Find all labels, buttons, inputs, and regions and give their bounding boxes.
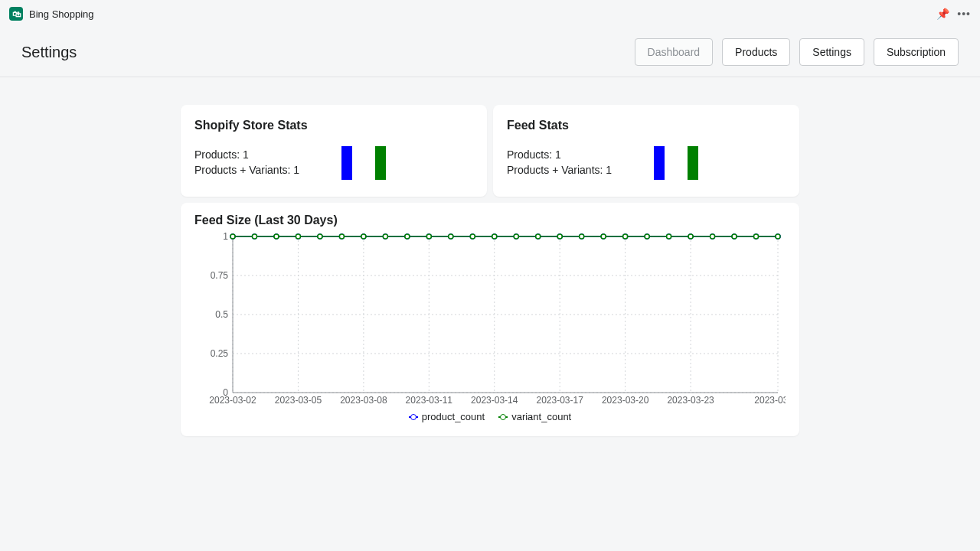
stats-cards-row: Shopify Store Stats Products: 1 Products… bbox=[181, 105, 799, 197]
svg-point-80 bbox=[754, 234, 759, 239]
svg-text:2023-03-14: 2023-03-14 bbox=[471, 395, 518, 406]
shopify-stats-body: Products: 1 Products + Variants: 1 bbox=[194, 146, 473, 180]
legend-product-label: product_count bbox=[422, 411, 485, 422]
svg-point-66 bbox=[449, 234, 453, 239]
app-logo-icon: 🛍 bbox=[9, 7, 23, 21]
shopify-products-value: 1 bbox=[243, 148, 249, 161]
feed-variants-label: Products + Variants: bbox=[507, 164, 603, 176]
shopify-bars bbox=[341, 146, 386, 180]
shopify-bar-products bbox=[341, 146, 352, 180]
shopify-stats-text: Products: 1 Products + Variants: 1 bbox=[194, 148, 299, 178]
svg-point-71 bbox=[557, 234, 562, 239]
svg-point-75 bbox=[645, 234, 649, 239]
nav-subscription[interactable]: Subscription bbox=[874, 38, 959, 66]
shopify-products-label: Products: bbox=[194, 148, 240, 161]
svg-text:2023-03-17: 2023-03-17 bbox=[537, 395, 584, 406]
svg-point-61 bbox=[339, 234, 344, 239]
nav-settings[interactable]: Settings bbox=[799, 38, 864, 66]
titlebar-right: 📌 ••• bbox=[936, 8, 971, 20]
titlebar-left: 🛍 Bing Shopping bbox=[9, 7, 94, 21]
svg-point-69 bbox=[514, 234, 518, 239]
shopify-variants-value: 1 bbox=[293, 164, 299, 176]
nav: Dashboard Products Settings Subscription bbox=[635, 38, 959, 66]
svg-point-63 bbox=[383, 234, 387, 239]
app-title: Bing Shopping bbox=[29, 8, 94, 20]
svg-text:0.75: 0.75 bbox=[211, 270, 229, 281]
feed-stats-title: Feed Stats bbox=[507, 119, 786, 132]
svg-text:1: 1 bbox=[223, 231, 228, 242]
svg-point-74 bbox=[623, 234, 628, 239]
feed-size-chart-card: Feed Size (Last 30 Days) 00.250.50.75120… bbox=[181, 203, 799, 436]
shopify-variants-label: Products + Variants: bbox=[194, 164, 290, 176]
feed-variants-value: 1 bbox=[606, 164, 612, 176]
chart-legend: product_count variant_count bbox=[194, 411, 786, 422]
feed-products-value: 1 bbox=[555, 148, 561, 161]
svg-point-59 bbox=[296, 234, 300, 239]
header: Settings Dashboard Products Settings Sub… bbox=[0, 28, 980, 77]
nav-products[interactable]: Products bbox=[722, 38, 790, 66]
legend-variant-count: variant_count bbox=[498, 411, 571, 422]
svg-point-65 bbox=[426, 234, 431, 239]
feed-bar-variants bbox=[688, 146, 698, 180]
legend-variant-label: variant_count bbox=[511, 411, 571, 422]
svg-text:0.5: 0.5 bbox=[215, 309, 228, 320]
svg-point-58 bbox=[274, 234, 279, 239]
svg-text:2023-03-23: 2023-03-23 bbox=[667, 395, 714, 406]
svg-text:2023-03-05: 2023-03-05 bbox=[275, 395, 322, 406]
feed-bars bbox=[654, 146, 698, 180]
svg-text:0.25: 0.25 bbox=[211, 348, 229, 359]
svg-text:2023-03-08: 2023-03-08 bbox=[340, 395, 387, 406]
svg-text:2023-03-11: 2023-03-11 bbox=[406, 395, 453, 406]
more-icon[interactable]: ••• bbox=[957, 8, 971, 20]
svg-point-60 bbox=[318, 234, 322, 239]
feed-products-label: Products: bbox=[507, 148, 552, 161]
shopify-stats-title: Shopify Store Stats bbox=[194, 119, 473, 132]
svg-point-73 bbox=[601, 234, 606, 239]
feed-size-chart: 00.250.50.7512023-03-022023-03-052023-03… bbox=[194, 230, 786, 406]
titlebar: 🛍 Bing Shopping 📌 ••• bbox=[0, 0, 980, 28]
svg-point-72 bbox=[580, 234, 584, 239]
legend-marker-blue-icon bbox=[409, 414, 418, 420]
feed-bar-products bbox=[654, 146, 665, 180]
svg-point-81 bbox=[776, 234, 780, 239]
legend-product-count: product_count bbox=[409, 411, 485, 422]
pin-icon[interactable]: 📌 bbox=[936, 8, 949, 20]
legend-marker-green-icon bbox=[498, 414, 508, 420]
feed-stats-text: Products: 1 Products + Variants: 1 bbox=[507, 148, 612, 178]
svg-point-57 bbox=[252, 234, 256, 239]
content: Shopify Store Stats Products: 1 Products… bbox=[0, 77, 980, 436]
svg-point-77 bbox=[688, 234, 693, 239]
shopify-bar-variants bbox=[375, 146, 386, 180]
feed-stats-card: Feed Stats Products: 1 Products + Varian… bbox=[493, 105, 799, 197]
shopify-stats-card: Shopify Store Stats Products: 1 Products… bbox=[181, 105, 487, 197]
svg-point-56 bbox=[230, 234, 235, 239]
svg-point-67 bbox=[470, 234, 475, 239]
svg-text:2023-03-02: 2023-03-02 bbox=[209, 395, 256, 406]
feed-stats-body: Products: 1 Products + Variants: 1 bbox=[507, 146, 786, 180]
svg-point-79 bbox=[732, 234, 737, 239]
svg-point-62 bbox=[361, 234, 366, 239]
feed-size-chart-title: Feed Size (Last 30 Days) bbox=[194, 214, 786, 227]
svg-point-68 bbox=[492, 234, 497, 239]
svg-point-78 bbox=[710, 234, 715, 239]
svg-point-70 bbox=[536, 234, 541, 239]
page-title: Settings bbox=[21, 44, 77, 61]
svg-text:2023-03-20: 2023-03-20 bbox=[602, 395, 649, 406]
svg-point-64 bbox=[405, 234, 410, 239]
svg-text:2023-03-27: 2023-03-27 bbox=[754, 395, 786, 406]
nav-dashboard[interactable]: Dashboard bbox=[635, 38, 714, 66]
svg-point-76 bbox=[667, 234, 671, 239]
